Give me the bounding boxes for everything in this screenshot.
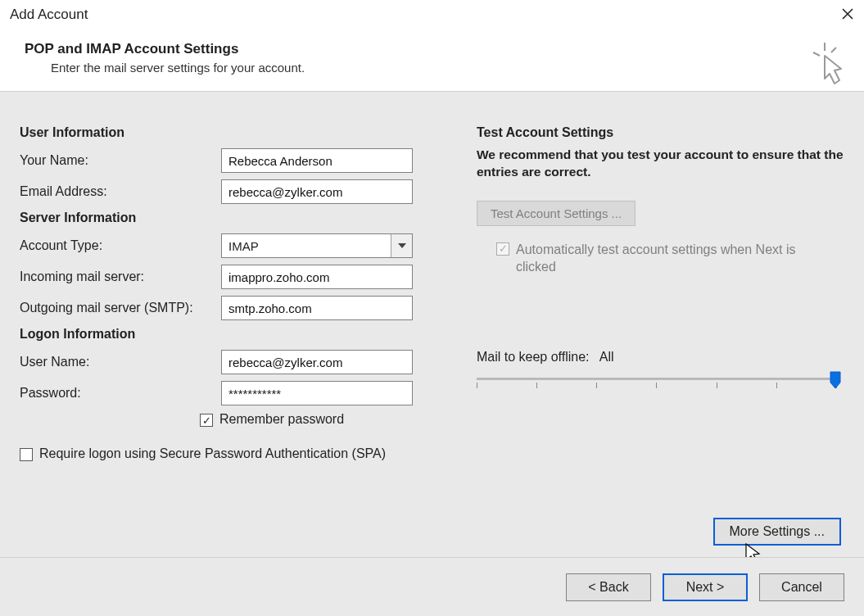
row-auto-test: Automatically test account settings when… [496, 241, 824, 276]
svg-line-2 [831, 48, 836, 52]
label-mail-offline: Mail to keep offline: [477, 350, 590, 365]
input-password[interactable] [221, 381, 413, 405]
header-subtitle: Enter the mail server settings for your … [25, 61, 839, 75]
slider-mail-offline[interactable] [477, 373, 837, 397]
label-auto-test: Automatically test account settings when… [516, 241, 824, 276]
header-title: POP and IMAP Account Settings [25, 41, 839, 57]
right-column: Test Account Settings We recommend that … [462, 125, 844, 549]
chevron-down-icon [391, 234, 412, 257]
titlebar: Add Account [0, 0, 864, 29]
close-icon[interactable] [841, 6, 854, 24]
input-your-name[interactable] [221, 148, 413, 173]
row-spa: Require logon using Secure Password Auth… [20, 446, 462, 461]
section-user-info: User Information [20, 125, 462, 140]
label-account-type: Account Type: [20, 238, 221, 253]
test-description: We recommend that you test your account … [477, 147, 844, 181]
titlebar-title: Add Account [10, 7, 88, 23]
row-remember-password: Remember password [200, 412, 462, 427]
input-email[interactable] [221, 179, 413, 204]
label-incoming: Incoming mail server: [20, 270, 221, 284]
select-account-type-value: IMAP [222, 239, 391, 253]
slider-track [477, 378, 837, 380]
checkbox-auto-test[interactable] [496, 242, 509, 256]
label-password: Password: [20, 386, 221, 401]
cancel-button[interactable]: Cancel [759, 573, 844, 601]
header-strip: POP and IMAP Account Settings Enter the … [0, 29, 864, 92]
left-column: User Information Your Name: Email Addres… [20, 125, 462, 549]
cursor-sparkle-icon [810, 41, 849, 87]
input-incoming[interactable] [221, 265, 413, 289]
row-account-type: Account Type: IMAP [20, 233, 462, 258]
input-username[interactable] [221, 350, 413, 374]
label-outgoing: Outgoing mail server (SMTP): [20, 301, 221, 315]
section-test-settings: Test Account Settings [477, 125, 844, 140]
value-mail-offline: All [599, 350, 614, 365]
label-your-name: Your Name: [20, 153, 221, 168]
add-account-dialog: Add Account POP and IMAP Account Setting… [0, 0, 864, 616]
row-incoming: Incoming mail server: [20, 265, 462, 289]
row-mail-offline: Mail to keep offline: All [477, 350, 844, 397]
more-settings-button[interactable]: More Settings ... [713, 518, 842, 546]
test-account-settings-button[interactable]: Test Account Settings ... [477, 201, 636, 226]
slider-ticks [477, 383, 837, 391]
row-email: Email Address: [20, 179, 462, 204]
row-password: Password: [20, 381, 462, 405]
section-logon-info: Logon Information [20, 327, 462, 342]
next-button[interactable]: Next > [663, 573, 748, 601]
checkbox-remember-password[interactable] [200, 414, 213, 427]
row-outgoing: Outgoing mail server (SMTP): [20, 296, 462, 320]
footer: < Back Next > Cancel [0, 557, 864, 616]
label-remember-password: Remember password [219, 412, 344, 427]
svg-line-1 [813, 52, 820, 56]
row-your-name: Your Name: [20, 148, 462, 173]
select-account-type[interactable]: IMAP [221, 233, 413, 258]
row-username: User Name: [20, 350, 462, 374]
input-outgoing[interactable] [221, 296, 413, 320]
label-spa: Require logon using Secure Password Auth… [39, 446, 386, 461]
label-username: User Name: [20, 355, 221, 369]
slider-thumb[interactable] [830, 371, 841, 389]
checkbox-spa[interactable] [20, 448, 33, 461]
body-area: User Information Your Name: Email Addres… [0, 111, 864, 557]
back-button[interactable]: < Back [566, 573, 651, 601]
label-email: Email Address: [20, 184, 221, 199]
section-server-info: Server Information [20, 211, 462, 225]
